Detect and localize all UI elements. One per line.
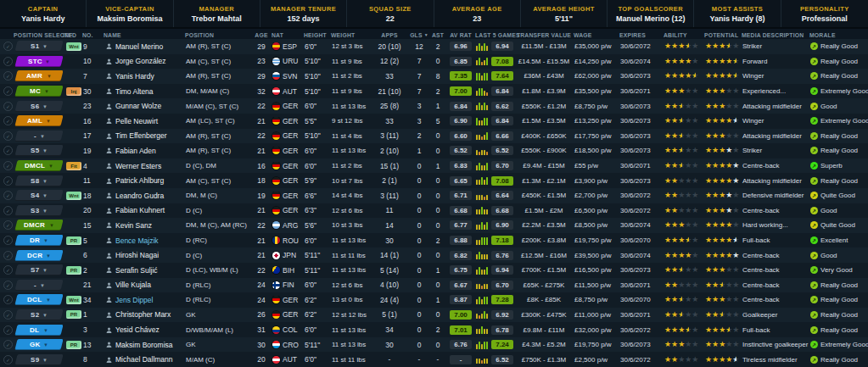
player-name[interactable]: Yesid Chávez <box>115 325 160 334</box>
position-selected-dropdown[interactable]: DR ▼ <box>14 235 63 246</box>
player-name[interactable]: Pelle Neuwirt <box>115 117 158 125</box>
player-row[interactable]: ✓ S2 ▼ PR 1 Christopher Marx GK 26 GER 6… <box>0 308 868 323</box>
player-name[interactable]: Michael Dallmann <box>115 355 173 364</box>
column-header-nat[interactable]: NAT <box>272 32 304 38</box>
position-selected-dropdown[interactable]: S3 ▼ <box>14 205 63 216</box>
select-check-icon[interactable]: ✓ <box>3 220 13 230</box>
position-selected-dropdown[interactable]: DL ▼ <box>14 325 63 336</box>
select-check-icon[interactable]: ✓ <box>3 102 13 111</box>
player-row[interactable]: ✓ DCR ▼ 6 Hiroshi Nagai D (C) 21 JPN 5'1… <box>0 247 868 263</box>
player-name[interactable]: Timo Altena <box>115 87 154 96</box>
player-name[interactable]: Christopher Marx <box>115 310 171 319</box>
player-row[interactable]: ✓ S7 ▼ PR 2 Serafin Suljić D (LC), WB/M … <box>0 263 868 278</box>
player-row[interactable]: ✓ S9 ▼ 8 Michael Dallmann M/AM (C) 20 AU… <box>0 352 868 367</box>
select-check-icon[interactable]: ✓ <box>3 310 13 320</box>
player-row[interactable]: ✓ STC ▼ 10 Jorge González AM (C), ST (C)… <box>0 54 868 70</box>
select-check-icon[interactable]: ✓ <box>3 161 13 170</box>
position-selected-dropdown[interactable]: AMR ▼ <box>14 70 63 81</box>
select-check-icon[interactable]: ✓ <box>3 71 13 81</box>
position-selected-dropdown[interactable]: DMCL ▼ <box>14 160 63 171</box>
player-row[interactable]: ✓ DR ▼ PR 5 Bence Majzik D (RC) 21 ROU 6… <box>0 233 868 248</box>
column-header-age[interactable]: AGE <box>251 32 272 38</box>
player-name[interactable]: Jorge González <box>115 57 166 65</box>
player-name[interactable]: Bence Majzik <box>115 236 159 245</box>
select-check-icon[interactable]: ✓ <box>3 236 13 245</box>
select-check-icon[interactable]: ✓ <box>3 251 13 260</box>
select-check-icon[interactable]: ✓ <box>3 116 13 125</box>
column-header-media-description[interactable]: MEDIA DESCRIPTION <box>742 32 809 38</box>
position-selected-dropdown[interactable]: S6 ▼ <box>14 101 63 112</box>
column-header-ast[interactable]: AST <box>429 32 446 38</box>
player-name[interactable]: Ville Kujala <box>115 281 151 289</box>
player-row[interactable]: ✓ - ▼ 17 Tim Effenberger AM (R), ST (C) … <box>0 129 868 144</box>
column-header-av-rat[interactable]: AV RAT <box>446 32 475 38</box>
position-selected-dropdown[interactable]: S2 ▼ <box>14 309 63 320</box>
player-row[interactable]: ✓ MC ▼ Inj 30 Timo Altena DM, M/AM (C) 3… <box>0 84 868 99</box>
player-row[interactable]: ✓ S4 ▼ Wnt 18 Leandro Gudra DM, M (C) 19… <box>0 188 868 203</box>
column-header-name[interactable]: NAME <box>104 32 185 38</box>
select-check-icon[interactable]: ✓ <box>3 191 13 200</box>
player-name[interactable]: Leandro Gudra <box>115 192 164 200</box>
player-name[interactable]: Manuel Merino <box>115 42 163 51</box>
player-row[interactable]: ✓ S1 ▼ Wnt 9 Manuel Merino AM (R), ST (C… <box>0 39 868 54</box>
column-header-weight[interactable]: WEIGHT <box>331 32 370 38</box>
position-selected-dropdown[interactable]: AML ▼ <box>14 115 63 126</box>
select-check-icon[interactable]: ✓ <box>3 176 13 186</box>
player-name[interactable]: Hiroshi Nagai <box>115 251 159 259</box>
player-row[interactable]: ✓ DMCR ▼ 15 Kevin Sanz DM, M (C), AM (RC… <box>0 218 868 233</box>
column-header-gls[interactable]: GLS▼ <box>409 32 429 38</box>
position-selected-dropdown[interactable]: DMCR ▼ <box>14 220 63 231</box>
player-row[interactable]: ✓ S8 ▼ 11 Patrick Ahlburg AM (C), ST (C)… <box>0 173 868 188</box>
column-header-apps[interactable]: APPS <box>370 32 409 38</box>
position-selected-dropdown[interactable]: S5 ▼ <box>14 145 63 156</box>
column-header-no[interactable]: NO. <box>82 32 104 38</box>
select-check-icon[interactable]: ✓ <box>3 42 13 51</box>
column-header-last-5-games[interactable]: LAST 5 GAMES <box>475 32 514 38</box>
player-name[interactable]: Yanis Hardy <box>115 72 154 81</box>
select-check-icon[interactable]: ✓ <box>3 355 13 364</box>
position-selected-dropdown[interactable]: S1 ▼ <box>14 41 63 52</box>
player-row[interactable]: ✓ AML ▼ 16 Pelle Neuwirt AM (LC), ST (C)… <box>0 114 868 129</box>
player-name[interactable]: Fabian Aden <box>115 147 156 155</box>
position-selected-dropdown[interactable]: GK ▼ <box>14 339 63 350</box>
position-selected-dropdown[interactable]: S7 ▼ <box>14 264 63 275</box>
select-check-icon[interactable]: ✓ <box>3 131 13 141</box>
player-row[interactable]: ✓ DCL ▼ Wnt 34 Jens Dippel D (RLC) 24 GE… <box>0 292 868 308</box>
player-name[interactable]: Gunnar Wolze <box>115 102 161 110</box>
column-header-potential[interactable]: POTENTIAL <box>704 32 742 38</box>
column-header-height[interactable]: HEIGHT <box>304 32 331 38</box>
player-row[interactable]: ✓ GK ▼ PR 13 Maksim Boromisa GK 30 CRO 5… <box>0 337 868 353</box>
column-header-transfer-value[interactable]: TRANSFER VALUE <box>514 32 574 38</box>
player-row[interactable]: ✓ - ▼ 21 Ville Kujala D (RLC) 24 FIN 6'0… <box>0 278 868 293</box>
column-header-inf[interactable]: INF <box>63 32 82 38</box>
position-selected-dropdown[interactable]: DCR ▼ <box>14 250 63 261</box>
position-selected-dropdown[interactable]: MC ▼ <box>14 86 63 97</box>
position-selected-dropdown[interactable]: S8 ▼ <box>14 175 63 186</box>
position-selected-dropdown[interactable]: S4 ▼ <box>14 190 63 201</box>
player-row[interactable]: ✓ DL ▼ 3 Yesid Chávez D/WB/M/AM (L) 31 C… <box>0 322 868 337</box>
select-check-icon[interactable]: ✓ <box>3 57 13 66</box>
position-selected-dropdown[interactable]: S9 ▼ <box>14 354 63 365</box>
position-selected-dropdown[interactable]: DCL ▼ <box>14 294 63 305</box>
position-selected-dropdown[interactable]: - ▼ <box>14 131 63 142</box>
column-header-morale[interactable]: MORALE <box>809 32 868 38</box>
select-check-icon[interactable]: ✓ <box>3 206 13 215</box>
column-header-position-selected[interactable]: POSITION SELECTED <box>14 32 63 38</box>
player-row[interactable]: ✓ AMR ▼ 7 Yanis Hardy AM (R), ST (C) 29 … <box>0 69 868 84</box>
select-check-icon[interactable]: ✓ <box>3 86 13 96</box>
position-selected-dropdown[interactable]: - ▼ <box>14 280 63 291</box>
select-check-icon[interactable]: ✓ <box>3 325 13 335</box>
select-check-icon[interactable]: ✓ <box>3 295 13 304</box>
player-name[interactable]: Tim Effenberger <box>115 131 166 140</box>
column-header-wage[interactable]: WAGE <box>574 32 619 38</box>
player-name[interactable]: Patrick Ahlburg <box>115 176 164 185</box>
player-name[interactable]: Werner Esters <box>115 162 161 170</box>
player-name[interactable]: Fabian Kuhnert <box>115 206 165 214</box>
select-check-icon[interactable]: ✓ <box>3 146 13 155</box>
player-name[interactable]: Jens Dippel <box>115 296 153 304</box>
player-row[interactable]: ✓ S5 ▼ 19 Fabian Aden AM (R), ST (C) 21 … <box>0 143 868 158</box>
player-name[interactable]: Maksim Boromisa <box>115 341 173 349</box>
select-check-icon[interactable]: ✓ <box>3 265 13 275</box>
column-header-expires[interactable]: EXPIRES <box>619 32 664 38</box>
select-check-icon[interactable]: ✓ <box>3 281 13 290</box>
